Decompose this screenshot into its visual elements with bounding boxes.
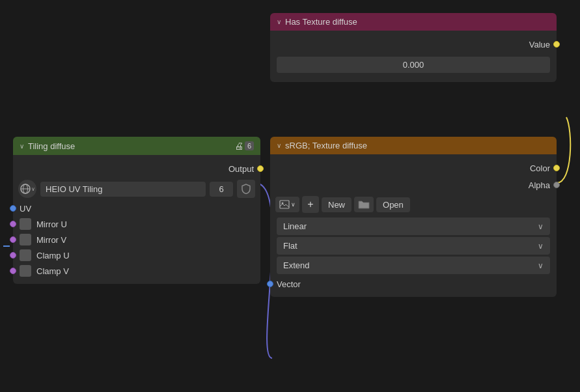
value-field[interactable]: 0.000 bbox=[277, 57, 550, 73]
print-badge: 🖨 6 bbox=[234, 141, 254, 151]
image-type-chevron: ∨ bbox=[291, 201, 296, 208]
tiling-controls: ∨ bbox=[13, 177, 260, 201]
svg-rect-3 bbox=[280, 201, 289, 208]
has-texture-header: ∨ Has Texture diffuse bbox=[270, 13, 557, 31]
image-type-button[interactable]: ∨ bbox=[275, 197, 299, 212]
flat-dropdown[interactable]: Flat Box Sphere Tube bbox=[277, 237, 550, 255]
uv-number-input[interactable] bbox=[210, 182, 233, 197]
clamp-v-label: Clamp V bbox=[36, 266, 69, 276]
add-image-button[interactable]: + bbox=[302, 196, 319, 213]
output-row: Output bbox=[13, 160, 260, 177]
chevron-icon: ∨ bbox=[20, 143, 24, 150]
has-texture-title: Has Texture diffuse bbox=[285, 17, 357, 27]
node-tiling: ∨ Tiling diffuse 🖨 6 Output ∨ bbox=[13, 137, 260, 284]
uv-type-input[interactable] bbox=[40, 182, 206, 197]
chevron-down-icon: ∨ bbox=[31, 186, 35, 192]
extend-dropdown[interactable]: Extend Clip Repeat Mirror bbox=[277, 257, 550, 274]
linear-dropdown-row: Linear Closest Cubic Smart bbox=[277, 217, 550, 235]
uv-row: UV bbox=[13, 201, 260, 216]
alpha-socket[interactable] bbox=[553, 182, 560, 188]
color-row: Color bbox=[270, 160, 557, 176]
uv-label: UV bbox=[20, 204, 31, 214]
clamp-u-socket[interactable] bbox=[10, 252, 16, 259]
mirror-v-row: Mirror V bbox=[13, 232, 260, 247]
node-srgb: ∨ sRGB; Texture diffuse Color Alpha ∨ + bbox=[270, 137, 557, 297]
value-row: Value bbox=[270, 36, 557, 53]
clamp-u-row: Clamp U bbox=[13, 247, 260, 263]
tiling-header: ∨ Tiling diffuse 🖨 6 bbox=[13, 137, 260, 155]
output-socket[interactable] bbox=[257, 165, 264, 172]
srgb-header: ∨ sRGB; Texture diffuse bbox=[270, 137, 557, 154]
mirror-v-socket[interactable] bbox=[10, 236, 16, 243]
value-label: Value bbox=[529, 40, 550, 49]
clamp-v-swatch[interactable] bbox=[20, 265, 31, 277]
color-socket[interactable] bbox=[553, 165, 560, 171]
vector-socket[interactable] bbox=[267, 281, 273, 287]
open-button[interactable]: Open bbox=[376, 197, 410, 212]
clamp-v-row: Clamp V bbox=[13, 263, 260, 279]
linear-dropdown-wrapper: Linear Closest Cubic Smart bbox=[277, 217, 550, 235]
chevron-icon: ∨ bbox=[277, 18, 281, 25]
vector-row: Vector bbox=[270, 276, 557, 292]
flat-dropdown-wrapper: Flat Box Sphere Tube bbox=[277, 237, 550, 255]
sphere-button[interactable]: ∨ bbox=[18, 180, 36, 198]
image-toolbar: ∨ + New Open bbox=[270, 193, 557, 216]
vector-label: Vector bbox=[277, 279, 301, 289]
tiling-title: Tiling diffuse bbox=[28, 141, 75, 151]
shield-icon[interactable] bbox=[237, 180, 255, 198]
extend-dropdown-wrapper: Extend Clip Repeat Mirror bbox=[277, 257, 550, 274]
mirror-v-label: Mirror V bbox=[36, 235, 66, 245]
mirror-v-swatch[interactable] bbox=[20, 234, 31, 245]
extend-dropdown-row: Extend Clip Repeat Mirror bbox=[277, 257, 550, 274]
output-label: Output bbox=[228, 164, 254, 174]
value-socket[interactable] bbox=[553, 41, 560, 48]
node-has-texture: ∨ Has Texture diffuse Value 0.000 bbox=[270, 13, 557, 82]
badge-number: 6 bbox=[245, 141, 254, 150]
clamp-u-swatch[interactable] bbox=[20, 249, 31, 261]
new-button[interactable]: New bbox=[322, 197, 352, 212]
uv-socket[interactable] bbox=[10, 205, 16, 212]
clamp-v-socket[interactable] bbox=[10, 268, 16, 274]
chevron-icon: ∨ bbox=[277, 142, 281, 149]
flat-dropdown-row: Flat Box Sphere Tube bbox=[277, 237, 550, 255]
clamp-u-label: Clamp U bbox=[36, 251, 70, 260]
print-icon: 🖨 bbox=[234, 141, 243, 151]
mirror-u-label: Mirror U bbox=[36, 219, 67, 229]
linear-dropdown[interactable]: Linear Closest Cubic Smart bbox=[277, 217, 550, 235]
color-label: Color bbox=[530, 163, 550, 173]
alpha-row: Alpha bbox=[270, 176, 557, 193]
folder-icon-button[interactable] bbox=[354, 197, 374, 212]
alpha-label: Alpha bbox=[529, 180, 550, 190]
mirror-u-socket[interactable] bbox=[10, 221, 16, 227]
mirror-u-row: Mirror U bbox=[13, 216, 260, 232]
mirror-u-swatch[interactable] bbox=[20, 218, 31, 230]
srgb-title: sRGB; Texture diffuse bbox=[285, 141, 367, 150]
